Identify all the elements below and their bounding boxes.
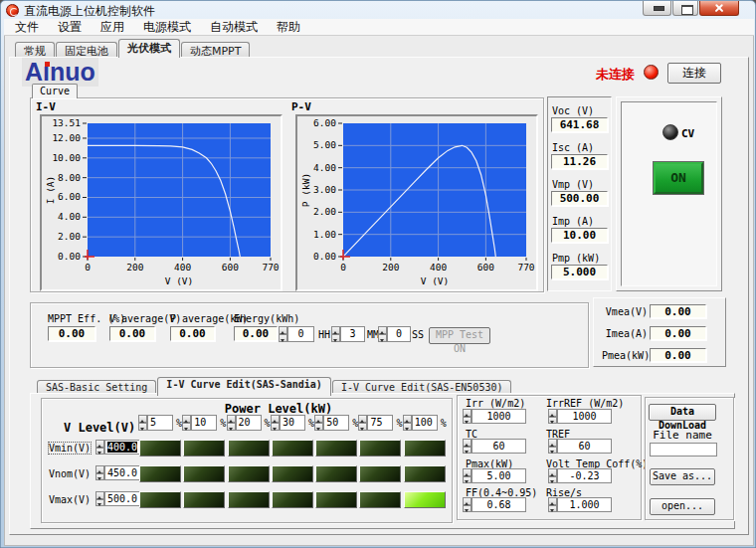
tab-sas-sandia[interactable]: I-V Curve Edit(SAS-Sandia) [157, 377, 331, 396]
menu-power-mode[interactable]: 电源模式 [140, 19, 194, 36]
iv-cell[interactable] [404, 491, 446, 508]
iv-cell[interactable] [404, 440, 446, 457]
iv-cell[interactable] [183, 465, 225, 482]
vmin-stepper[interactable] [95, 440, 104, 455]
menu-settings[interactable]: 设置 [55, 19, 85, 36]
hh-stepper[interactable] [279, 326, 287, 342]
irr-stepper[interactable] [463, 409, 472, 424]
iv-cell[interactable] [228, 491, 270, 508]
tab-dynamic-mppt[interactable]: 动态MPPT [181, 42, 250, 58]
iv-cell[interactable] [359, 491, 401, 508]
ss-field[interactable]: 0 [387, 326, 411, 342]
svg-text:600: 600 [222, 262, 239, 273]
power-level-2-field[interactable]: 20 [236, 415, 262, 431]
tab-general[interactable]: 常规 [15, 42, 55, 58]
power-level-6-field[interactable]: 100 [412, 415, 438, 431]
pmax-stepper[interactable] [463, 468, 472, 483]
mm-stepper[interactable] [331, 326, 340, 342]
maximize-button[interactable] [672, 1, 698, 16]
iv-cell[interactable] [139, 440, 181, 457]
iv-cell[interactable] [228, 440, 270, 457]
iv-cell[interactable] [272, 465, 313, 482]
ss-stepper[interactable] [378, 326, 387, 342]
svg-text:600: 600 [477, 262, 494, 273]
iv-cell[interactable] [315, 491, 357, 508]
irr-field[interactable]: 1000 [472, 409, 526, 424]
iv-cell[interactable] [183, 491, 225, 508]
power-level-0-stepper[interactable] [138, 415, 147, 431]
pmax-field[interactable]: 5.00 [472, 468, 526, 483]
menu-file[interactable]: 文件 [12, 19, 42, 36]
power-level-6-stepper[interactable] [403, 415, 412, 431]
svg-text:0.00: 0.00 [58, 251, 81, 262]
iv-cell[interactable] [228, 465, 270, 482]
iv-chart[interactable]: 02004006007700.002.004.006.008.0010.0012… [40, 114, 283, 291]
tref-stepper[interactable] [548, 439, 557, 454]
curve-subtab[interactable]: Curve [32, 84, 78, 98]
menu-bar: 文件 设置 应用 电源模式 自动模式 帮助 [4, 19, 754, 36]
voc-value: 641.68 [551, 117, 608, 132]
save-as-button[interactable]: Save as... [650, 468, 715, 485]
volt-temp-coff-stepper[interactable] [548, 468, 557, 483]
connect-button[interactable]: 连接 [667, 63, 721, 84]
percent-label: % [265, 418, 271, 429]
menu-application[interactable]: 应用 [97, 19, 127, 36]
mpp-test-button[interactable]: MPP Test ON [429, 327, 490, 344]
tab-fixed-battery[interactable]: 固定电池 [56, 42, 117, 58]
pv-chart[interactable]: 02004006007700.001.002.003.004.005.006.0… [295, 114, 538, 291]
power-level-2-stepper[interactable] [227, 415, 236, 431]
power-level-1-stepper[interactable] [182, 415, 191, 431]
mm-field[interactable]: 3 [340, 326, 365, 342]
iv-cell[interactable] [315, 465, 357, 482]
ff-field[interactable]: 0.68 [472, 497, 526, 512]
power-level-3-stepper[interactable] [271, 415, 280, 431]
file-name-field[interactable] [650, 443, 717, 457]
sandia-panel: Power Level(kW) V Level(V) 5% 10% 20% 30… [30, 393, 735, 529]
iv-cell[interactable] [139, 465, 181, 482]
svg-text:13.51: 13.51 [52, 117, 81, 128]
rise-field[interactable]: 1.000 [557, 497, 612, 512]
tc-field[interactable]: 60 [472, 439, 526, 454]
iv-cell[interactable] [139, 491, 181, 508]
iv-cell[interactable] [359, 465, 401, 482]
iv-cell[interactable] [183, 440, 225, 457]
close-button[interactable] [699, 1, 739, 16]
svg-text:770: 770 [517, 262, 534, 273]
power-level-4-stepper[interactable] [314, 415, 323, 431]
iv-cell[interactable] [272, 491, 313, 508]
app-window: 直流电源上位机控制软件 文件 设置 应用 电源模式 自动模式 帮助 常规 固定电… [0, 0, 756, 548]
minimize-button[interactable] [643, 1, 671, 16]
tref-field[interactable]: 60 [557, 439, 612, 454]
iv-cell[interactable] [359, 440, 401, 457]
vmax-stepper[interactable] [95, 491, 104, 506]
power-level-5-field[interactable]: 75 [367, 415, 393, 431]
power-level-3-field[interactable]: 30 [280, 415, 305, 431]
vnom-stepper[interactable] [95, 465, 104, 480]
iv-cell[interactable] [272, 440, 313, 457]
power-level-5-stepper[interactable] [358, 415, 367, 431]
output-panel: CV ON [616, 96, 722, 291]
on-button[interactable]: ON [654, 162, 703, 194]
irrref-stepper[interactable] [548, 409, 557, 424]
volt-temp-coff-field[interactable]: -0.23 [557, 468, 612, 483]
iv-cell[interactable] [404, 465, 446, 482]
tab-pv-mode[interactable]: 光伏模式 [118, 39, 180, 58]
rise-stepper[interactable] [548, 497, 557, 512]
power-level-1-field[interactable]: 10 [191, 415, 217, 431]
tc-stepper[interactable] [463, 439, 472, 454]
output-panel-inner: CV ON [621, 101, 717, 286]
svg-text:P (kW): P (kW) [300, 173, 311, 207]
data-download-button[interactable]: Data DownLoad [649, 404, 716, 421]
imp-label: Imp (A) [552, 216, 594, 227]
menu-auto-mode[interactable]: 自动模式 [207, 19, 261, 36]
svg-text:V (V): V (V) [421, 275, 450, 286]
open-button[interactable]: open... [650, 498, 715, 515]
iv-cell[interactable] [315, 440, 357, 457]
ff-stepper[interactable] [463, 497, 472, 512]
menu-help[interactable]: 帮助 [274, 19, 303, 36]
power-level-0-field[interactable]: 5 [147, 415, 173, 431]
irrref-field[interactable]: 1000 [557, 409, 612, 424]
power-level-4-field[interactable]: 50 [323, 415, 349, 431]
hh-field[interactable]: 0 [287, 326, 314, 342]
logo-a: A [25, 58, 43, 86]
